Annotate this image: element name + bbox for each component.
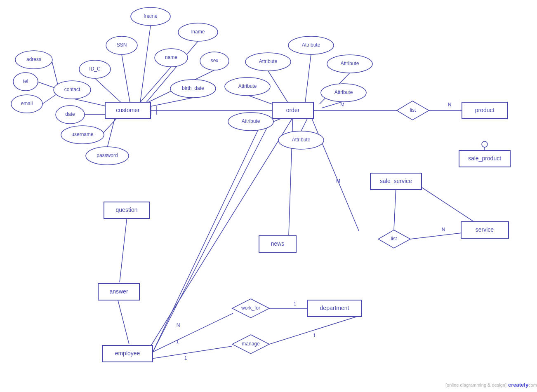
attr-email-label: email [21, 101, 33, 106]
entity-product-label: product [475, 107, 495, 113]
svg-line-21 [268, 71, 289, 104]
attr-id-c-label: ID_C [89, 66, 101, 72]
svg-line-51 [269, 315, 361, 344]
diamond-list2-label: list [391, 236, 397, 242]
svg-line-0 [140, 26, 151, 102]
svg-line-53 [153, 117, 272, 352]
attr-1-label: Attribute [302, 42, 320, 48]
svg-text:M: M [340, 102, 344, 108]
svg-line-11 [42, 94, 57, 104]
svg-line-25 [301, 119, 307, 131]
entity-answer-label: answer [109, 288, 128, 295]
svg-text:N: N [448, 102, 452, 108]
watermark-ext: .com [527, 383, 537, 387]
svg-line-3 [140, 67, 171, 102]
svg-line-36 [394, 188, 396, 230]
svg-line-19 [305, 54, 311, 102]
attr-6-label: Attribute [242, 118, 260, 124]
svg-line-44 [118, 299, 129, 344]
entity-department-label: department [320, 305, 349, 311]
attr-password-label: password [97, 153, 118, 158]
svg-line-34 [410, 233, 462, 239]
attr-sex-label: sex [211, 58, 219, 63]
attr-username-label: username [71, 131, 94, 137]
attr-3-label: Attribute [259, 59, 278, 64]
entity-service-label: service [476, 226, 494, 233]
watermark-brand: creately [508, 382, 529, 388]
attr-contact-label: contact [64, 87, 80, 92]
diamond-list1-label: list [410, 107, 416, 113]
svg-point-30 [482, 141, 488, 147]
diamond-manage-label: manage [242, 341, 260, 347]
svg-line-41 [120, 216, 127, 282]
svg-line-23 [322, 102, 342, 108]
attr-ssn-label: SSN [117, 42, 127, 48]
svg-text:N: N [442, 227, 445, 232]
attr-2-label: Attribute [341, 61, 359, 66]
entity-customer-label: customer [116, 107, 140, 113]
svg-text:1: 1 [294, 301, 297, 307]
diamond-work-for-label: work_for [241, 305, 260, 311]
watermark-text: [online diagramming & design] [445, 383, 506, 387]
svg-text:M: M [336, 178, 340, 184]
svg-line-49 [152, 346, 232, 359]
attr-date-label: date [65, 111, 75, 117]
svg-line-5 [151, 98, 193, 106]
attr-name-label: name [165, 54, 177, 60]
entity-question-label: question [116, 207, 138, 213]
attr-7-label: Attribute [292, 137, 311, 143]
entity-order-label: order [286, 107, 300, 113]
svg-line-2 [122, 54, 130, 102]
attr-adress-label: adress [26, 56, 41, 62]
attr-lname-label: lname [191, 29, 205, 35]
svg-line-45 [152, 313, 233, 352]
svg-line-13 [107, 119, 115, 148]
svg-line-12 [101, 117, 118, 135]
svg-line-6 [95, 78, 122, 103]
svg-text:1: 1 [176, 339, 179, 345]
attr-tel-label: tel [23, 78, 28, 84]
attr-birth-date-label: birth_date [182, 85, 204, 91]
entity-news-label: news [271, 240, 285, 247]
svg-text:1: 1 [184, 355, 187, 361]
svg-line-9 [52, 60, 58, 85]
attr-4-label: Attribute [238, 83, 257, 89]
entity-sale-service-label: sale_service [380, 178, 412, 184]
entity-employee-label: employee [115, 350, 140, 357]
entity-sale-product-label: sale_product [468, 155, 501, 162]
diagram-container: M N M N N 1 1 [0, 0, 537, 392]
attr-5-label: Attribute [334, 89, 353, 95]
svg-text:1: 1 [313, 333, 316, 338]
attr-fname-label: fname [144, 13, 158, 19]
svg-text:N: N [177, 322, 180, 328]
svg-line-54 [153, 117, 264, 352]
